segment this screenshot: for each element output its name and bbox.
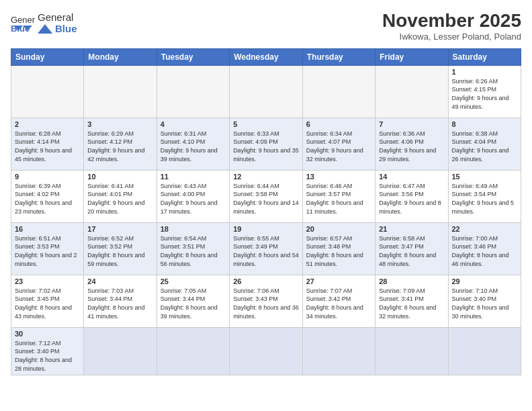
calendar-week-row: 2Sunrise: 6:28 AM Sunset: 4:14 PM Daylig… bbox=[11, 118, 521, 170]
logo: General Blue General Blue bbox=[11, 11, 77, 34]
calendar-header-row: Sunday Monday Tuesday Wednesday Thursday… bbox=[11, 48, 521, 65]
day-info: Sunrise: 6:57 AM Sunset: 3:48 PM Dayligh… bbox=[306, 234, 371, 268]
calendar-day-cell: 24Sunrise: 7:03 AM Sunset: 3:44 PM Dayli… bbox=[84, 275, 157, 327]
day-info: Sunrise: 6:41 AM Sunset: 4:01 PM Dayligh… bbox=[87, 182, 152, 216]
calendar-day-cell: 11Sunrise: 6:43 AM Sunset: 4:00 PM Dayli… bbox=[157, 170, 229, 222]
page: General Blue General Blue November 2025 … bbox=[0, 0, 532, 411]
calendar-day-cell: 1Sunrise: 6:26 AM Sunset: 4:15 PM Daylig… bbox=[448, 65, 521, 118]
calendar-day-cell bbox=[375, 65, 448, 118]
svg-marker-4 bbox=[38, 24, 52, 34]
day-number: 5 bbox=[233, 120, 299, 128]
calendar-day-cell: 3Sunrise: 6:29 AM Sunset: 4:12 PM Daylig… bbox=[84, 118, 157, 170]
calendar-week-row: 1Sunrise: 6:26 AM Sunset: 4:15 PM Daylig… bbox=[11, 65, 521, 118]
calendar-day-cell: 6Sunrise: 6:34 AM Sunset: 4:07 PM Daylig… bbox=[302, 118, 375, 170]
title-block: November 2025 Iwkowa, Lesser Poland, Pol… bbox=[382, 11, 521, 42]
calendar-day-cell: 21Sunrise: 6:58 AM Sunset: 3:47 PM Dayli… bbox=[375, 222, 448, 275]
calendar-day-cell: 7Sunrise: 6:36 AM Sunset: 4:06 PM Daylig… bbox=[375, 118, 448, 170]
day-number: 24 bbox=[87, 277, 152, 285]
col-saturday: Saturday bbox=[448, 48, 521, 65]
day-number: 2 bbox=[15, 120, 80, 128]
day-number: 3 bbox=[87, 120, 152, 128]
day-info: Sunrise: 6:47 AM Sunset: 3:56 PM Dayligh… bbox=[379, 182, 444, 216]
col-wednesday: Wednesday bbox=[230, 48, 303, 65]
col-tuesday: Tuesday bbox=[157, 48, 229, 65]
calendar-day-cell bbox=[230, 327, 303, 375]
calendar-day-cell: 19Sunrise: 6:55 AM Sunset: 3:49 PM Dayli… bbox=[230, 222, 303, 275]
day-number: 10 bbox=[87, 173, 152, 181]
calendar-day-cell: 25Sunrise: 7:05 AM Sunset: 3:44 PM Dayli… bbox=[157, 275, 229, 327]
calendar-day-cell bbox=[375, 327, 448, 375]
calendar-day-cell: 9Sunrise: 6:39 AM Sunset: 4:02 PM Daylig… bbox=[11, 170, 84, 222]
day-info: Sunrise: 6:34 AM Sunset: 4:07 PM Dayligh… bbox=[306, 130, 371, 163]
calendar-week-row: 9Sunrise: 6:39 AM Sunset: 4:02 PM Daylig… bbox=[11, 170, 521, 222]
calendar-day-cell bbox=[84, 327, 157, 375]
calendar-day-cell: 29Sunrise: 7:10 AM Sunset: 3:40 PM Dayli… bbox=[448, 275, 521, 327]
calendar-day-cell: 4Sunrise: 6:31 AM Sunset: 4:10 PM Daylig… bbox=[157, 118, 229, 170]
day-info: Sunrise: 7:12 AM Sunset: 3:40 PM Dayligh… bbox=[15, 339, 80, 373]
day-info: Sunrise: 6:44 AM Sunset: 3:58 PM Dayligh… bbox=[233, 182, 299, 216]
calendar-table: Sunday Monday Tuesday Wednesday Thursday… bbox=[11, 48, 521, 375]
day-info: Sunrise: 6:46 AM Sunset: 3:57 PM Dayligh… bbox=[306, 182, 371, 216]
day-info: Sunrise: 7:00 AM Sunset: 3:46 PM Dayligh… bbox=[452, 234, 518, 268]
calendar-day-cell: 20Sunrise: 6:57 AM Sunset: 3:48 PM Dayli… bbox=[302, 222, 375, 275]
day-number: 1 bbox=[452, 68, 518, 76]
calendar-day-cell: 8Sunrise: 6:38 AM Sunset: 4:04 PM Daylig… bbox=[448, 118, 521, 170]
day-number: 14 bbox=[379, 173, 444, 181]
calendar-day-cell: 12Sunrise: 6:44 AM Sunset: 3:58 PM Dayli… bbox=[230, 170, 303, 222]
calendar-day-cell: 10Sunrise: 6:41 AM Sunset: 4:01 PM Dayli… bbox=[84, 170, 157, 222]
calendar-day-cell bbox=[157, 327, 229, 375]
day-info: Sunrise: 6:55 AM Sunset: 3:49 PM Dayligh… bbox=[233, 234, 299, 268]
calendar-day-cell bbox=[302, 327, 375, 375]
calendar-day-cell bbox=[230, 65, 303, 118]
day-number: 9 bbox=[15, 173, 80, 181]
day-number: 12 bbox=[233, 173, 299, 181]
day-number: 13 bbox=[306, 173, 371, 181]
day-number: 25 bbox=[161, 277, 226, 285]
day-number: 22 bbox=[452, 225, 518, 233]
calendar-day-cell: 18Sunrise: 6:54 AM Sunset: 3:51 PM Dayli… bbox=[157, 222, 229, 275]
day-number: 29 bbox=[452, 277, 518, 285]
day-number: 15 bbox=[452, 173, 518, 181]
day-info: Sunrise: 7:06 AM Sunset: 3:43 PM Dayligh… bbox=[233, 287, 299, 320]
day-number: 16 bbox=[15, 225, 80, 233]
day-info: Sunrise: 6:58 AM Sunset: 3:47 PM Dayligh… bbox=[379, 234, 444, 268]
month-title: November 2025 bbox=[382, 11, 521, 32]
day-number: 8 bbox=[452, 120, 518, 128]
day-info: Sunrise: 7:03 AM Sunset: 3:44 PM Dayligh… bbox=[87, 287, 152, 320]
calendar-day-cell: 2Sunrise: 6:28 AM Sunset: 4:14 PM Daylig… bbox=[11, 118, 84, 170]
day-info: Sunrise: 6:54 AM Sunset: 3:51 PM Dayligh… bbox=[161, 234, 226, 268]
day-info: Sunrise: 6:43 AM Sunset: 4:00 PM Dayligh… bbox=[161, 182, 226, 216]
day-info: Sunrise: 6:51 AM Sunset: 3:53 PM Dayligh… bbox=[15, 234, 80, 268]
col-thursday: Thursday bbox=[302, 48, 375, 65]
calendar-week-row: 23Sunrise: 7:02 AM Sunset: 3:45 PM Dayli… bbox=[11, 275, 521, 327]
calendar-day-cell: 30Sunrise: 7:12 AM Sunset: 3:40 PM Dayli… bbox=[11, 327, 84, 375]
day-info: Sunrise: 7:09 AM Sunset: 3:41 PM Dayligh… bbox=[379, 287, 444, 320]
day-number: 30 bbox=[15, 330, 80, 338]
day-info: Sunrise: 7:05 AM Sunset: 3:44 PM Dayligh… bbox=[161, 287, 226, 320]
day-number: 23 bbox=[15, 277, 80, 285]
col-sunday: Sunday bbox=[11, 48, 84, 65]
day-info: Sunrise: 6:38 AM Sunset: 4:04 PM Dayligh… bbox=[452, 130, 518, 163]
calendar-day-cell: 22Sunrise: 7:00 AM Sunset: 3:46 PM Dayli… bbox=[448, 222, 521, 275]
calendar-day-cell: 15Sunrise: 6:49 AM Sunset: 3:54 PM Dayli… bbox=[448, 170, 521, 222]
calendar-day-cell: 13Sunrise: 6:46 AM Sunset: 3:57 PM Dayli… bbox=[302, 170, 375, 222]
logo-general-text: General bbox=[38, 12, 77, 24]
calendar-day-cell bbox=[157, 65, 229, 118]
calendar-day-cell bbox=[448, 327, 521, 375]
col-friday: Friday bbox=[375, 48, 448, 65]
day-info: Sunrise: 6:26 AM Sunset: 4:15 PM Dayligh… bbox=[452, 77, 518, 111]
day-info: Sunrise: 6:49 AM Sunset: 3:54 PM Dayligh… bbox=[452, 182, 518, 216]
header: General Blue General Blue November 2025 … bbox=[11, 11, 521, 42]
calendar-week-row: 16Sunrise: 6:51 AM Sunset: 3:53 PM Dayli… bbox=[11, 222, 521, 275]
logo-blue-text: Blue bbox=[55, 24, 77, 35]
calendar-day-cell: 16Sunrise: 6:51 AM Sunset: 3:53 PM Dayli… bbox=[11, 222, 84, 275]
day-info: Sunrise: 7:07 AM Sunset: 3:42 PM Dayligh… bbox=[306, 287, 371, 320]
calendar-day-cell: 23Sunrise: 7:02 AM Sunset: 3:45 PM Dayli… bbox=[11, 275, 84, 327]
day-info: Sunrise: 6:52 AM Sunset: 3:52 PM Dayligh… bbox=[87, 234, 152, 268]
calendar-day-cell bbox=[84, 65, 157, 118]
day-info: Sunrise: 6:36 AM Sunset: 4:06 PM Dayligh… bbox=[379, 130, 444, 163]
generalblue-logo-icon: General Blue bbox=[11, 13, 35, 32]
svg-text:Blue: Blue bbox=[11, 24, 30, 32]
calendar-day-cell bbox=[302, 65, 375, 118]
day-info: Sunrise: 6:29 AM Sunset: 4:12 PM Dayligh… bbox=[87, 130, 152, 163]
